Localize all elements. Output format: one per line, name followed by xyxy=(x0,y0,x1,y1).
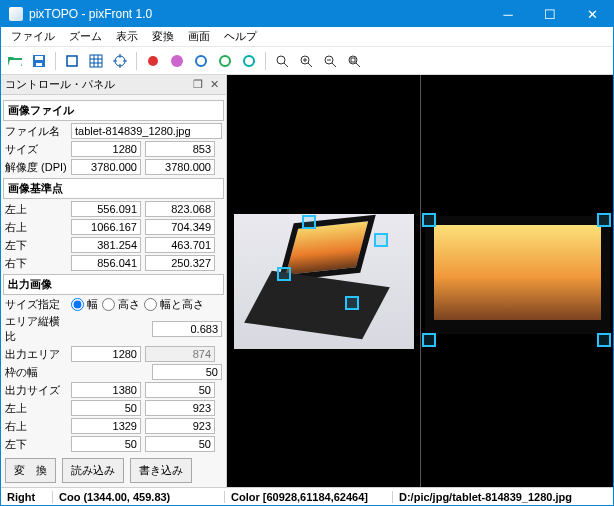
zoom-fit-icon[interactable] xyxy=(272,51,292,71)
otr-label: 右上 xyxy=(5,419,67,434)
statusbar: Right Coo (1344.00, 459.83) Color [60928… xyxy=(1,487,613,505)
save-icon[interactable] xyxy=(29,51,49,71)
menu-file[interactable]: ファイル xyxy=(5,27,61,46)
blue-circle-icon[interactable] xyxy=(191,51,211,71)
green-circle-icon[interactable] xyxy=(215,51,235,71)
svg-point-8 xyxy=(196,56,206,66)
size-w: 1280 xyxy=(71,141,141,157)
minimize-button[interactable]: ─ xyxy=(487,1,529,27)
grid-icon[interactable] xyxy=(86,51,106,71)
obl-x[interactable]: 50 xyxy=(71,436,141,452)
panel-float-icon[interactable]: ❐ xyxy=(190,78,206,91)
close-button[interactable]: ✕ xyxy=(571,1,613,27)
panel-close-icon[interactable]: ✕ xyxy=(206,78,222,91)
control-panel: コントロール・パネル ❐ ✕ 画像ファイル ファイル名tablet-814839… xyxy=(1,75,227,487)
otl-label: 左上 xyxy=(5,401,67,416)
panel-title: コントロール・パネル xyxy=(5,77,190,92)
otl-y[interactable]: 923 xyxy=(145,400,215,416)
result-view[interactable] xyxy=(420,75,613,487)
marker-bl[interactable] xyxy=(277,267,291,281)
group-output: 出力画像 xyxy=(3,274,224,295)
border-value[interactable]: 50 xyxy=(152,364,222,380)
open-icon[interactable] xyxy=(5,51,25,71)
menubar: ファイル ズーム 表示 変換 画面 ヘルプ xyxy=(1,27,613,47)
window-title: pixTOPO - pixFront 1.0 xyxy=(29,7,487,21)
radio-wh[interactable]: 幅と高さ xyxy=(144,297,204,312)
menu-zoom[interactable]: ズーム xyxy=(63,27,108,46)
border-label: 枠の幅 xyxy=(5,365,67,380)
otl-x[interactable]: 50 xyxy=(71,400,141,416)
status-color: Color [60928,61184,62464] xyxy=(225,491,393,503)
rmarker-br[interactable] xyxy=(597,333,611,347)
crop-icon[interactable] xyxy=(62,51,82,71)
load-button[interactable]: 読み込み xyxy=(62,458,124,483)
svg-rect-2 xyxy=(36,63,42,66)
maximize-button[interactable]: ☐ xyxy=(529,1,571,27)
menu-view[interactable]: 表示 xyxy=(110,27,144,46)
br-x[interactable]: 856.041 xyxy=(71,255,141,271)
obl-y[interactable]: 50 xyxy=(145,436,215,452)
tl-y[interactable]: 823.068 xyxy=(145,201,215,217)
radio-height[interactable]: 高さ xyxy=(102,297,140,312)
zoom-out-icon[interactable] xyxy=(320,51,340,71)
result-image xyxy=(425,216,610,346)
zoom-in-icon[interactable] xyxy=(296,51,316,71)
radio-width[interactable]: 幅 xyxy=(71,297,98,312)
app-icon xyxy=(9,7,23,21)
crosshair-icon[interactable] xyxy=(110,51,130,71)
size-label: サイズ xyxy=(5,142,67,157)
group-basepoints: 画像基準点 xyxy=(3,178,224,199)
outarea-h: 874 xyxy=(145,346,215,362)
br-y[interactable]: 250.327 xyxy=(145,255,215,271)
image-viewer[interactable] xyxy=(227,75,613,487)
bl-y[interactable]: 463.701 xyxy=(145,237,215,253)
dpi-x: 3780.000 xyxy=(71,159,141,175)
titlebar[interactable]: pixTOPO - pixFront 1.0 ─ ☐ ✕ xyxy=(1,1,613,27)
dpi-label: 解像度 (DPI) xyxy=(5,160,67,175)
convert-button[interactable]: 変 換 xyxy=(5,458,56,483)
rmarker-tr[interactable] xyxy=(597,213,611,227)
red-gear-icon[interactable] xyxy=(143,51,163,71)
status-coo: Coo (1344.00, 459.83) xyxy=(53,491,225,503)
zoom-reset-icon[interactable] xyxy=(344,51,364,71)
svg-point-11 xyxy=(277,56,285,64)
palette-icon[interactable] xyxy=(167,51,187,71)
svg-point-10 xyxy=(244,56,254,66)
menu-help[interactable]: ヘルプ xyxy=(218,27,263,46)
otr-x[interactable]: 1329 xyxy=(71,418,141,434)
filename-label: ファイル名 xyxy=(5,124,67,139)
tl-x[interactable]: 556.091 xyxy=(71,201,141,217)
outarea-w[interactable]: 1280 xyxy=(71,346,141,362)
source-image xyxy=(234,214,414,349)
menu-convert[interactable]: 変換 xyxy=(146,27,180,46)
svg-point-9 xyxy=(220,56,230,66)
status-side: Right xyxy=(1,491,53,503)
menu-screen[interactable]: 画面 xyxy=(182,27,216,46)
br-label: 右下 xyxy=(5,256,67,271)
cyan-circle-icon[interactable] xyxy=(239,51,259,71)
rmarker-tl[interactable] xyxy=(422,213,436,227)
svg-rect-15 xyxy=(351,58,355,62)
tr-label: 右上 xyxy=(5,220,67,235)
svg-rect-4 xyxy=(90,55,102,67)
outarea-label: 出力エリア xyxy=(5,347,67,362)
tr-x[interactable]: 1066.167 xyxy=(71,219,141,235)
bl-x[interactable]: 381.254 xyxy=(71,237,141,253)
outsize-w: 1380 xyxy=(71,382,141,398)
filename-value: tablet-814839_1280.jpg xyxy=(71,123,222,139)
rmarker-bl[interactable] xyxy=(422,333,436,347)
svg-point-6 xyxy=(148,56,158,66)
save-button[interactable]: 書き込み xyxy=(130,458,192,483)
marker-br[interactable] xyxy=(345,296,359,310)
svg-rect-3 xyxy=(67,56,77,66)
tr-y[interactable]: 704.349 xyxy=(145,219,215,235)
marker-tr[interactable] xyxy=(374,233,388,247)
outsize-h: 50 xyxy=(145,382,215,398)
source-view[interactable] xyxy=(227,75,420,487)
svg-point-14 xyxy=(349,56,357,64)
toolbar xyxy=(1,47,613,75)
otr-y[interactable]: 923 xyxy=(145,418,215,434)
tl-label: 左上 xyxy=(5,202,67,217)
outsize-label: 出力サイズ xyxy=(5,383,67,398)
marker-tl[interactable] xyxy=(302,215,316,229)
